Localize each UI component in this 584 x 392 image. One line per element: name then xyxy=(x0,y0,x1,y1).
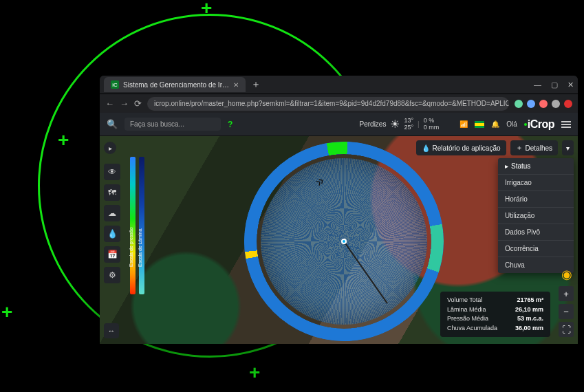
titlebar: iC Sistema de Gerenciamento de Ir… ✕ ＋ —… xyxy=(100,76,578,94)
stat-label: Chuva Acumulada xyxy=(447,324,497,334)
stat-value: 53 m.c.a. xyxy=(517,314,543,324)
bell-icon[interactable]: 🔔 xyxy=(491,120,499,128)
zoom-controls: + − ⛶ xyxy=(559,286,574,337)
stats-row: Volume Total 21765 m³ xyxy=(447,296,543,305)
filter-icon: ▾ xyxy=(566,144,570,152)
ext-icon[interactable] xyxy=(552,100,560,108)
zoom-out-button[interactable]: − xyxy=(559,304,574,319)
stat-label: Lâmina Média xyxy=(447,305,486,315)
tool-weather[interactable]: ☁ xyxy=(104,205,120,221)
extension-icons xyxy=(515,100,572,108)
stats-row: Chuva Acumulada 36,00 mm xyxy=(447,324,543,334)
search-placeholder: Faça sua busca... xyxy=(130,120,184,128)
stat-label: Pressão Média xyxy=(447,314,488,324)
new-tab-button[interactable]: ＋ xyxy=(251,78,261,91)
chevron-right-icon: ▸ xyxy=(505,162,508,170)
legend: Escala de pressão Escala de Lâmina xyxy=(130,157,146,294)
map-top-right-controls: 💧 Relatório de aplicação ＋ Detalhes ▾ xyxy=(416,140,574,155)
record-icon[interactable] xyxy=(564,100,572,108)
map-measure-button[interactable]: ↔ xyxy=(104,323,119,338)
search-icon: 🔍 xyxy=(107,119,118,129)
weather-widget: Perdizes ☀ 13° 25° | 0 % 0 mm xyxy=(360,118,440,131)
legend-lamina-scale xyxy=(139,157,144,294)
flag-icon[interactable] xyxy=(475,121,484,128)
stats-panel: Volume Total 21765 m³ Lâmina Média 26,10… xyxy=(440,292,550,337)
details-dropdown: ▸ Status Irrigacao Horário Utilização Da… xyxy=(498,158,574,273)
legend-pressure-label: Escala de pressão xyxy=(129,227,133,267)
window-maximize-button[interactable]: ▢ xyxy=(551,80,558,89)
tool-water[interactable]: 💧 xyxy=(104,226,120,242)
browser-window: iC Sistema de Gerenciamento de Ir… ✕ ＋ —… xyxy=(100,76,578,344)
window-close-button[interactable]: ✕ xyxy=(567,80,574,89)
nav-back-icon[interactable]: ← xyxy=(105,98,114,109)
url-text: icrop.online/pro/master_home.php?semkml=… xyxy=(154,100,509,107)
nav-fwd-icon[interactable]: → xyxy=(120,98,129,109)
dropdown-item-irrigacao[interactable]: Irrigacao xyxy=(498,175,574,191)
filter-button[interactable]: ▾ xyxy=(562,140,574,155)
decor-plus: + xyxy=(249,363,260,382)
tool-settings[interactable]: ⚙ xyxy=(104,267,120,283)
weather-icon: ☀ xyxy=(390,118,400,131)
help-icon[interactable]: ? xyxy=(228,120,232,129)
weather-location: Perdizes xyxy=(360,120,387,128)
dropdown-item-dados-pivo[interactable]: Dados Pivô xyxy=(498,224,574,241)
tab-title: Sistema de Gerenciamento de Ir… xyxy=(123,81,229,89)
map-view[interactable]: ▸ 👁 🗺 ☁ 💧 📅 ⚙ Escala de pressão Escala d… xyxy=(100,136,578,344)
pivot-center-icon xyxy=(341,239,347,244)
tool-calendar[interactable]: 📅 xyxy=(104,246,120,263)
pivot-circle[interactable]: » xyxy=(244,142,444,341)
search-input[interactable]: Faça sua busca... xyxy=(125,118,221,131)
signal-icon: 📶 xyxy=(459,120,468,128)
stat-value: 21765 m³ xyxy=(517,296,543,305)
fullscreen-button[interactable]: ⛶ xyxy=(559,322,574,337)
decor-plus: + xyxy=(58,131,69,150)
window-minimize-button[interactable]: — xyxy=(534,80,541,89)
decor-plus: + xyxy=(201,0,212,18)
greeting: Olá xyxy=(506,120,517,128)
favicon-icon: iC xyxy=(111,80,119,89)
report-button[interactable]: 💧 Relatório de aplicação xyxy=(416,140,506,155)
ext-icon[interactable] xyxy=(527,100,535,108)
nav-reload-icon[interactable]: ⟳ xyxy=(134,98,142,109)
plus-icon: ＋ xyxy=(516,143,523,153)
browser-tab[interactable]: iC Sistema de Gerenciamento de Ir… ✕ xyxy=(104,77,246,92)
tool-map[interactable]: 🗺 xyxy=(104,184,120,201)
menu-icon[interactable] xyxy=(561,121,571,128)
ext-icon[interactable] xyxy=(539,100,548,108)
details-button[interactable]: ＋ Detalhes xyxy=(510,140,558,155)
legend-pressure-scale xyxy=(130,157,136,294)
dropdown-header[interactable]: ▸ Status xyxy=(498,158,574,175)
details-label: Detalhes xyxy=(526,144,552,152)
sidebar-collapse-button[interactable]: ▸ xyxy=(104,142,116,154)
streetview-pegman-icon[interactable]: ◉ xyxy=(561,267,574,283)
url-field[interactable]: icrop.online/pro/master_home.php?semkml=… xyxy=(147,97,509,111)
stats-row: Pressão Média 53 m.c.a. xyxy=(447,314,543,324)
app-header: 🔍 Faça sua busca... ? Perdizes ☀ 13° 25°… xyxy=(100,113,578,136)
rain-mm: 0 mm xyxy=(424,124,440,131)
tool-view[interactable]: 👁 xyxy=(104,164,120,180)
address-bar: ← → ⟳ icrop.online/pro/master_home.php?s… xyxy=(100,94,578,113)
stat-value: 36,00 mm xyxy=(515,324,543,334)
temp-lo: 25° xyxy=(404,124,413,131)
dropdown-item-ocorrencia[interactable]: Ocorrência xyxy=(498,241,574,257)
dropdown-item-utilizacao[interactable]: Utilização xyxy=(498,208,574,224)
legend-lamina-label: Escala de Lâmina xyxy=(138,228,142,267)
tab-close-icon[interactable]: ✕ xyxy=(233,81,239,89)
left-toolbar: 👁 🗺 ☁ 💧 📅 ⚙ xyxy=(104,164,120,283)
stats-row: Lâmina Média 26,10 mm xyxy=(447,305,543,315)
dropdown-item-horario[interactable]: Horário xyxy=(498,191,574,208)
report-label: Relatório de aplicação xyxy=(433,144,501,152)
zoom-in-button[interactable]: + xyxy=(559,286,574,301)
droplet-icon: 💧 xyxy=(422,144,430,152)
brand-logo: iCrop xyxy=(524,118,554,131)
ext-icon[interactable] xyxy=(515,100,523,108)
stat-value: 26,10 mm xyxy=(515,305,543,315)
stat-label: Volume Total xyxy=(447,296,482,305)
decor-plus: + xyxy=(1,303,12,322)
